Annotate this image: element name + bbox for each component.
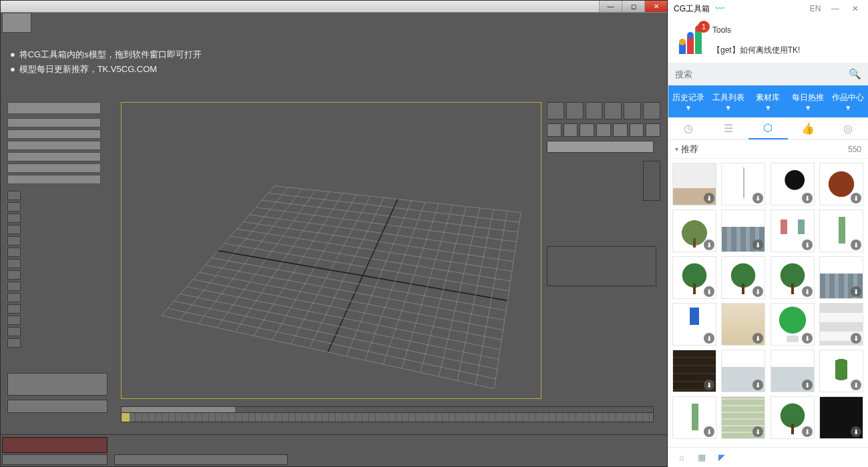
download-icon[interactable]: ⬇ [851, 333, 861, 344]
asset-pine-tree[interactable]: ⬇ [771, 256, 815, 299]
asset-walking-woman[interactable]: ⬇ [819, 209, 863, 252]
thumbs-up-icon[interactable]: 👍 [788, 117, 828, 139]
status-prompt[interactable] [2, 437, 107, 453]
download-icon[interactable]: ⬇ [802, 426, 813, 437]
asset-bar-chairs[interactable]: ⬇ [819, 396, 863, 439]
subtool-button[interactable] [613, 123, 628, 137]
subtool-button[interactable] [646, 123, 660, 137]
tool-button[interactable] [586, 102, 603, 119]
subtool-button[interactable] [580, 123, 594, 137]
toolbox-close-button[interactable]: ✕ [848, 4, 863, 13]
panel-item[interactable] [7, 141, 101, 150]
stack-item[interactable] [7, 327, 21, 336]
tab-history[interactable]: 历史记录▼ [668, 85, 708, 117]
download-icon[interactable]: ⬇ [752, 333, 763, 344]
download-icon[interactable]: ⬇ [704, 380, 714, 390]
download-icon[interactable]: ⬇ [802, 333, 813, 344]
asset-street-sign[interactable]: ⬇ [672, 303, 716, 346]
asset-drawer-cabinet[interactable]: ⬇ [672, 350, 716, 392]
download-icon[interactable]: ⬇ [802, 193, 813, 203]
download-icon[interactable]: ⬇ [802, 286, 813, 297]
tab-tools[interactable]: 工具列表▼ [708, 85, 748, 117]
section-header[interactable]: ▾ 推荐 550 [668, 140, 868, 159]
minimize-button[interactable]: — [599, 1, 622, 12]
header-tip-label[interactable]: 【get】如何离线使用TK! [712, 43, 800, 57]
asset-people-group[interactable]: ⬇ [771, 209, 815, 252]
app-menu-icon[interactable] [2, 13, 31, 33]
stack-item[interactable] [7, 259, 21, 268]
panel-footer-b[interactable] [7, 400, 107, 413]
timeline-scrollbar[interactable] [121, 406, 654, 413]
timeline[interactable] [121, 406, 654, 422]
download-icon[interactable]: ⬇ [752, 426, 763, 437]
tool-button[interactable] [566, 102, 584, 119]
search-input[interactable] [675, 69, 849, 79]
toolbox-minimize-button[interactable]: — [828, 4, 843, 13]
object-color-swatch[interactable] [643, 161, 660, 201]
stack-item[interactable] [7, 191, 21, 200]
asset-sofa[interactable]: ⬇ [672, 163, 716, 205]
asset-potted-plant[interactable]: ⬇ [771, 303, 815, 346]
language-toggle[interactable]: EN [808, 4, 823, 13]
notification-badge[interactable]: 1 [698, 21, 710, 33]
asset-shelf-decor[interactable]: ⬇ [819, 303, 863, 346]
download-icon[interactable]: ⬇ [802, 240, 813, 250]
download-icon[interactable]: ⬇ [851, 193, 861, 203]
app-titlebar[interactable]: — ◻ ✕ [1, 1, 667, 13]
tab-daily[interactable]: 每日热推▼ [788, 85, 828, 117]
panel-item[interactable] [7, 118, 101, 127]
download-icon[interactable]: ⬇ [802, 380, 813, 390]
tab-works[interactable]: 作品中心▼ [828, 85, 868, 117]
home-icon[interactable]: ⌂ [675, 451, 688, 464]
asset-apartment[interactable]: ⬇ [721, 396, 765, 439]
asset-city-block-b[interactable]: ⬇ [771, 350, 815, 392]
download-icon[interactable]: ⬇ [704, 333, 714, 344]
asset-city-block-a[interactable]: ⬇ [721, 350, 765, 392]
asset-office-towers[interactable]: ⬇ [819, 256, 863, 299]
timeline-ruler[interactable] [121, 413, 654, 422]
toolbox-titlebar[interactable]: CG工具箱 〰 EN — ✕ [668, 0, 868, 17]
download-icon[interactable]: ⬇ [704, 193, 714, 203]
panel-item[interactable] [7, 152, 101, 161]
download-icon[interactable]: ⬇ [851, 286, 861, 297]
close-button[interactable]: ✕ [644, 1, 667, 12]
subtool-button[interactable] [596, 123, 611, 137]
tab-assets[interactable]: 素材库▼ [748, 85, 789, 117]
stack-item[interactable] [7, 225, 21, 234]
download-icon[interactable]: ⬇ [851, 240, 861, 250]
asset-bare-tree[interactable]: ⬇ [672, 209, 716, 252]
panel-item[interactable] [7, 175, 101, 184]
download-icon[interactable]: ⬇ [752, 380, 763, 390]
asset-ball-chair[interactable]: ⬇ [771, 163, 815, 205]
stack-item[interactable] [7, 248, 21, 257]
cube-icon[interactable]: ⬡ [748, 117, 789, 139]
stack-item[interactable] [7, 316, 21, 325]
stack-item[interactable] [7, 270, 21, 280]
tool-button[interactable] [643, 102, 660, 119]
tool-button[interactable] [547, 102, 564, 119]
download-icon[interactable]: ⬇ [752, 286, 763, 297]
maximize-button[interactable]: ◻ [622, 1, 644, 12]
asset-floor-lamp[interactable]: ⬇ [721, 163, 765, 205]
tool-button[interactable] [624, 102, 641, 119]
asset-tall-tree[interactable]: ⬇ [819, 350, 863, 392]
search-bar[interactable]: 🔍 [668, 63, 868, 85]
panel-footer-a[interactable] [7, 373, 107, 396]
object-name-field[interactable] [547, 141, 654, 153]
asset-grid[interactable]: ⬇⬇⬇⬇⬇⬇⬇⬇⬇⬇⬇⬇⬇⬇⬇⬇⬇⬇⬇⬇⬇⬇⬇⬇ [668, 159, 868, 447]
gear-icon[interactable]: ◎ [828, 117, 868, 139]
list-icon[interactable]: ☰ [708, 117, 748, 139]
search-icon[interactable]: 🔍 [849, 68, 861, 80]
stack-item[interactable] [7, 202, 21, 211]
stack-item[interactable] [7, 236, 21, 246]
download-icon[interactable]: ⬇ [704, 240, 714, 250]
asset-oak-tree[interactable]: ⬇ [672, 256, 716, 299]
asset-bush[interactable]: ⬇ [771, 396, 815, 439]
stack-item[interactable] [7, 282, 21, 291]
download-icon[interactable]: ⬇ [704, 286, 714, 297]
asset-skyscrapers[interactable]: ⬇ [721, 209, 765, 252]
clock-icon[interactable]: ◷ [668, 117, 708, 139]
subtool-button[interactable] [547, 123, 562, 137]
download-icon[interactable]: ⬇ [704, 426, 714, 437]
subtool-button[interactable] [630, 123, 644, 137]
